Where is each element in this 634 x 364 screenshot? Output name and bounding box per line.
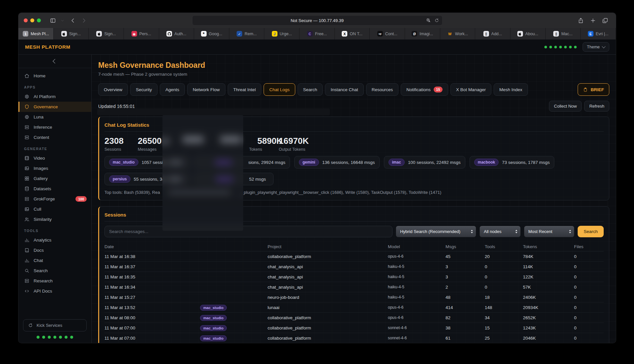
table-row[interactable]: 11 Mar at 16:37chat_analysis_apihaiku-4-… <box>104 262 604 272</box>
browser-tab-pers[interactable]: ◉Pers... <box>124 28 159 39</box>
tab-overview-icon[interactable] <box>602 17 608 24</box>
browser-tab-label: Auth... <box>174 32 186 36</box>
tab-security[interactable]: Security <box>130 83 158 96</box>
tab-x-bot-manager[interactable]: X Bot Manager <box>450 83 491 96</box>
sidebar-item-search[interactable]: Search <box>18 266 91 276</box>
brief-button[interactable]: BRIEF <box>578 83 610 96</box>
translate-icon[interactable] <box>426 18 431 23</box>
sidebar-item-images[interactable]: Images <box>18 163 91 173</box>
browser-tab-rem[interactable]: ✓Rem... <box>229 28 265 39</box>
search-button[interactable]: Search <box>578 226 604 237</box>
browser-tab-sign[interactable]: Sign... <box>89 28 124 39</box>
sidebar-item-label: Inference <box>34 125 52 130</box>
sidebar-item-inference[interactable]: Inference <box>18 122 91 132</box>
tab-network-flow[interactable]: Network Flow <box>187 83 225 96</box>
tab-threat-intel[interactable]: Threat Intel <box>228 83 261 96</box>
zoom-window-button[interactable] <box>37 18 41 22</box>
tab-overview[interactable]: Overview <box>98 83 128 96</box>
urge-icon: J <box>272 31 277 37</box>
node-badge-text: 136 sessions, 16648 msgs <box>322 160 375 165</box>
sidebar-item-datasets[interactable]: Datasets <box>18 184 91 194</box>
reload-icon[interactable] <box>434 18 439 23</box>
close-window-button[interactable] <box>24 18 28 22</box>
browser-tab-auth[interactable]: Auth... <box>159 28 194 39</box>
sidebar-item-home[interactable]: Home <box>18 71 91 81</box>
node-pill: persius <box>109 175 130 183</box>
cell-tools: 34 <box>485 315 523 320</box>
browser-tab-urge[interactable]: JUrge... <box>264 28 300 39</box>
table-row[interactable]: 11 Mar at 13:52mac_studiolunaaiopus-4-64… <box>104 302 604 313</box>
browser-tab-goog[interactable]: *Goog... <box>194 28 229 39</box>
node-badge-text: 73 sessions, 1787 msgs <box>502 160 550 165</box>
sidebar-collapse-button[interactable] <box>18 55 91 68</box>
chevron-down-icon[interactable] <box>61 19 64 22</box>
table-row[interactable]: 11 Mar at 07:00mac_studiocollaborative_p… <box>104 333 604 343</box>
node-filter-select[interactable]: All nodes <box>479 226 521 237</box>
browser-tab-add[interactable]: ⣿Add... <box>475 28 510 39</box>
sidebar-item-content[interactable]: Content <box>18 132 91 143</box>
collect-now-button[interactable]: Collect Now <box>549 101 582 112</box>
sidebar-item-similarity[interactable]: Similarity <box>18 214 91 224</box>
tab-mesh-index[interactable]: Mesh Index <box>494 83 528 96</box>
tab-instance-chat[interactable]: Instance Chat <box>325 83 363 96</box>
browser-tab-on-t[interactable]: XON T... <box>335 28 370 39</box>
cell-date: 11 Mar at 16:35 <box>104 274 200 279</box>
grid-icon <box>24 176 30 181</box>
table-row[interactable]: 11 Mar at 16:38collaborative_platformopu… <box>104 251 604 262</box>
node-badge: imac100 sessions, 22492 msgs <box>384 156 465 169</box>
url-bar[interactable]: Not Secure — 100.77.49.39 <box>192 15 443 26</box>
browser-tab-label: Sign... <box>69 32 81 36</box>
cell-model: haiku-4-5 <box>388 264 446 269</box>
search-mode-select[interactable]: Hybrid Search (Recommended) <box>396 226 476 237</box>
tab-chat-logs[interactable]: Chat Logs <box>264 83 295 96</box>
sidebar-item-ai-platform[interactable]: AI Platform <box>18 91 91 102</box>
back-button[interactable] <box>70 17 76 24</box>
sidebar-item-research[interactable]: Research <box>18 276 91 286</box>
browser-tab-sign[interactable]: Sign... <box>54 28 89 39</box>
sort-order-select[interactable]: Most Recent <box>524 226 574 237</box>
sidebar-item-docs[interactable]: Docs <box>18 245 91 255</box>
tab-search[interactable]: Search <box>298 83 323 96</box>
table-row[interactable]: 11 Mar at 08:00mac_studiocollaborative_p… <box>104 313 604 323</box>
browser-tab-abou[interactable]: Abou... <box>510 28 546 39</box>
browser-tab-imagi[interactable]: ØImagi... <box>405 28 440 39</box>
page-subtitle: 7-node mesh — Phase 2 governance system <box>98 72 609 77</box>
chip-icon <box>24 94 30 99</box>
sidebar-item-governance[interactable]: Governance <box>18 102 91 112</box>
sidebar-item-gallery[interactable]: Gallery <box>18 173 91 184</box>
browser-tab-free[interactable]: CFree... <box>300 28 335 39</box>
minimize-window-button[interactable] <box>30 18 34 22</box>
tab-label: Search <box>303 87 317 92</box>
forward-button[interactable] <box>81 17 87 24</box>
sidebar-item-api-docs[interactable]: API Docs <box>18 286 91 296</box>
browser-tab-mac[interactable]: ⣿Mac... <box>546 28 581 39</box>
kick-services-button[interactable]: Kick Services <box>23 319 87 331</box>
tab-agents[interactable]: Agents <box>160 83 185 96</box>
browser-tab-evri[interactable]: EEvri |... <box>581 28 616 39</box>
tab-notifications[interactable]: Notifications15 <box>401 83 448 96</box>
cell-tools: 0 <box>485 274 523 279</box>
tab-resources[interactable]: Resources <box>366 83 399 96</box>
table-row[interactable]: 11 Mar at 16:34chat_analysis_apihaiku-4-… <box>104 282 604 292</box>
node-badge-text: 52 msgs <box>249 177 266 182</box>
browser-tab-work[interactable]: WWork... <box>440 28 476 39</box>
sidebar-item-cull[interactable]: Cull <box>18 204 91 214</box>
sidebar-item-video[interactable]: Video <box>18 153 91 163</box>
new-tab-icon[interactable] <box>590 17 596 24</box>
share-icon[interactable] <box>578 17 584 24</box>
table-row[interactable]: 11 Mar at 16:35chat_analysis_apihaiku-4-… <box>104 272 604 282</box>
theme-button[interactable]: Theme <box>583 42 609 52</box>
sidebar-toggle-icon[interactable] <box>50 17 56 24</box>
table-row[interactable]: 11 Mar at 07:00mac_studiocollaborative_p… <box>104 323 604 333</box>
sidebar-item-grokforge[interactable]: GrokForge100 <box>18 194 91 204</box>
sidebar-item-analytics[interactable]: Analytics <box>18 235 91 245</box>
table-row[interactable]: 11 Mar at 15:27neuro-job-boardhaiku-4-54… <box>104 292 604 302</box>
sidebar-item-chat[interactable]: Chat <box>18 255 91 266</box>
main-content: Mesh Governance Dashboard 7-node mesh — … <box>92 55 616 343</box>
browser-tab-cont[interactable]: upCont... <box>370 28 405 39</box>
browser-tab-mesh-pl[interactable]: 1Mesh Pl... <box>18 28 54 39</box>
search-messages-input[interactable] <box>104 226 392 237</box>
sidebar-item-luna[interactable]: Luna <box>18 112 91 122</box>
refresh-button[interactable]: Refresh <box>584 101 609 112</box>
stat-value: 5890K <box>249 136 279 146</box>
